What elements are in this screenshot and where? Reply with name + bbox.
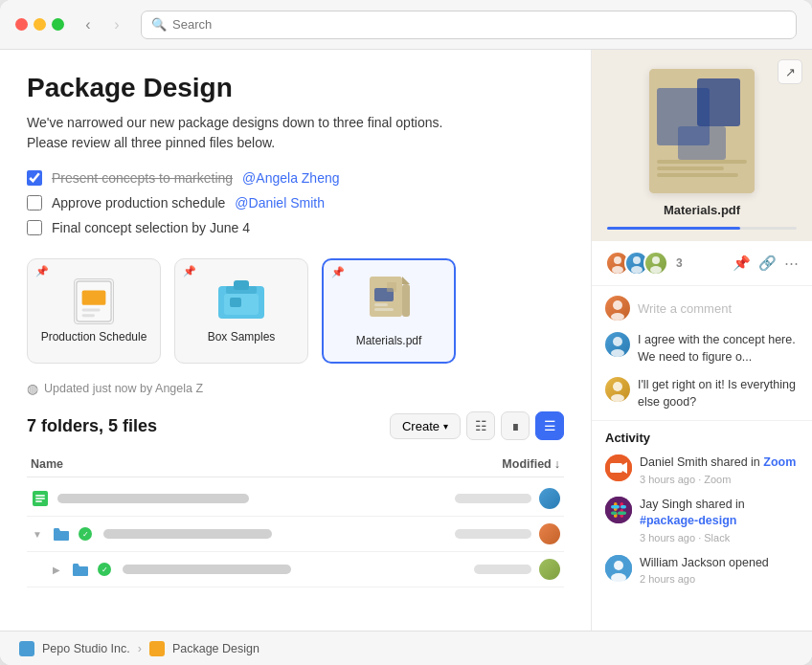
view-grid-button[interactable]: ∎ [501,411,530,440]
close-button[interactable] [15,18,28,31]
table-row[interactable]: ▶ ✓ [27,552,564,587]
checklist-text-3: Final concept selection by June 4 [52,220,250,235]
maximize-button[interactable] [52,18,64,31]
link-action-icon[interactable]: 🔗 [758,255,777,272]
row-modified-bar [455,529,531,539]
checklist-item: Final concept selection by June 4 [27,220,564,235]
left-panel: Package Design We've narrowed our new pa… [0,50,592,631]
forward-button[interactable]: › [104,12,129,37]
pdf-svg [368,275,410,324]
search-bar[interactable]: 🔍 [141,11,797,39]
svg-point-38 [611,394,624,402]
description-line2: Please review all three pinned files bel… [27,135,275,150]
table-row[interactable] [27,481,564,517]
checklist-checkbox-2[interactable] [27,195,42,211]
pin-action-icon[interactable]: 📌 [733,255,751,272]
checklist-checkbox-1[interactable] [27,170,42,186]
activity-link[interactable]: Zoom [763,455,796,469]
create-button[interactable]: Create ▾ [390,413,461,439]
svg-point-35 [613,337,622,346]
pin-icon: 📌 [183,265,196,277]
activity-avatar [605,454,632,481]
checklist-text-1: Present concepts to marketing [52,170,233,186]
breadcrumb: Pepo Studio Inc. › Package Design [0,631,812,665]
expand-icon[interactable]: ▶ [50,563,63,576]
breadcrumb-company-icon [19,641,34,656]
minimize-button[interactable] [34,18,46,31]
svg-rect-6 [234,280,249,290]
avatar [643,251,668,276]
search-input[interactable] [172,17,786,32]
search-icon: 🔍 [151,17,167,32]
activity-link[interactable]: #package-design [640,514,736,527]
activity-item: Jay Singh shared in #package-design 3 ho… [605,497,799,543]
activity-item: Daniel Smith shared in Zoom 3 hours ago … [605,454,799,485]
view-list-button[interactable]: ☰ [535,411,564,440]
comment-avatar [605,332,630,357]
grid-icon: ∎ [511,418,520,433]
breadcrumb-section[interactable]: Package Design [172,642,259,655]
activity-action: opened [729,556,769,569]
box-svg [216,278,266,321]
list-icon: ☰ [544,418,556,433]
activity-body: Daniel Smith shared in Zoom 3 hours ago … [640,454,799,485]
files-table: Name Modified ↓ [27,452,564,587]
schedule-svg [75,278,113,324]
file-card-schedule[interactable]: 📌 Production Schedule [27,258,161,364]
comment-avatar [605,296,630,321]
pdf-icon [368,275,410,328]
breadcrumb-separator: › [138,642,142,655]
stats-bar: 7 folders, 5 files Create ▾ ☷ ∎ ☰ [27,411,564,440]
icon-action-row: 📌 🔗 ⋯ [733,255,799,272]
checklist-checkbox-3[interactable] [27,220,42,235]
activity-avatar [605,497,632,523]
comment-placeholder[interactable]: Write a comment [638,301,799,316]
svg-rect-23 [678,126,726,160]
activity-actor: William Jackson [640,556,726,569]
svg-point-33 [613,300,622,310]
titlebar: ‹ › 🔍 [0,0,812,50]
activity-avatar [605,555,632,582]
checklist-mention-2[interactable]: @Daniel Smith [235,195,325,211]
check-badge: ✓ [79,527,92,541]
table-header: Name Modified ↓ [27,452,564,477]
nav-buttons: ‹ › [76,12,129,37]
row-name-bar [123,565,291,574]
table-row[interactable]: ▼ ✓ [27,517,564,552]
file-card-pdf[interactable]: 📌 Materials.pdf [322,258,456,364]
expand-icon[interactable]: ▼ [31,527,44,541]
preview-area: ↗ Materials.pdf [592,50,812,241]
file-card-box[interactable]: 📌 Box Samples [174,258,308,364]
box-icon [216,278,266,324]
comment-text: I'll get right on it! Is everything else… [638,377,799,410]
app-window: ‹ › 🔍 Package Design We've narrowed our … [0,0,812,665]
svg-rect-2 [82,309,101,312]
comment-input-row: Write a comment [605,296,799,321]
back-button[interactable]: ‹ [76,12,101,37]
grid-view-icon: ☷ [475,418,487,433]
svg-point-52 [614,561,623,570]
activity-text: Daniel Smith shared in Zoom [640,454,799,472]
schedule-icon [74,278,114,324]
breadcrumb-company[interactable]: Pepo Studio Inc. [42,642,130,655]
breadcrumb-section-icon [149,641,165,656]
checklist-mention-1[interactable]: @Angela Zheng [242,170,339,186]
spreadsheet-icon [32,490,49,507]
svg-rect-49 [611,511,617,515]
view-icon-button[interactable]: ☷ [466,411,495,440]
svg-point-32 [650,266,662,274]
avatar-count: 3 [676,256,683,270]
activity-body: William Jackson opened 2 hours ago [640,555,799,586]
more-action-icon[interactable]: ⋯ [784,255,799,272]
activity-item: William Jackson opened 2 hours ago [605,555,799,586]
svg-rect-18 [35,498,45,499]
page-title: Package Design [27,73,564,103]
col-modified: Modified ↓ [502,457,560,471]
checklist: Present concepts to marketing @Angela Zh… [27,170,564,235]
open-preview-button[interactable]: ↗ [778,59,802,84]
slack-icon [605,497,632,523]
row-name-bar [103,529,272,539]
pin-icon: 📌 [35,265,49,277]
activity-meta: 2 hours ago [640,573,799,585]
avatars-row: 3 📌 🔗 ⋯ [592,241,812,286]
